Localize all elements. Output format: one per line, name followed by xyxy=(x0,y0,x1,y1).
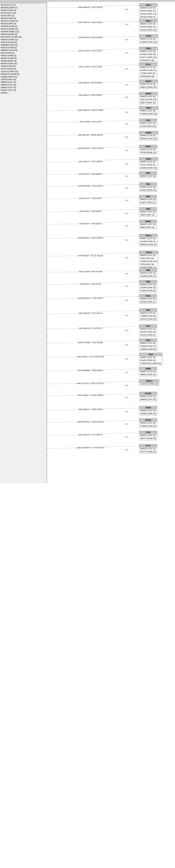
table-header-t8jv[interactable]: T8JV xyxy=(139,339,157,342)
table-row: MANDT [CLNT (3)] xyxy=(139,434,157,437)
diagram-area: ANLAMANDT [CLNT (3)]BUKRS [CHAR (4)]ANLN… xyxy=(47,2,175,483)
table-row: DATBI [DATS (8)] xyxy=(139,75,157,78)
table-node-t003: T003MANDT [CLNT (3)]BLART [CHAR (2)] xyxy=(139,195,157,204)
table-header-csks[interactable]: CSKS xyxy=(139,47,158,50)
table-row: BILIND [CHAR (2)] xyxy=(139,301,156,303)
table-row: MANDT [CLNT (3)] xyxy=(139,342,157,345)
table-row: EGRUP [CHAR (3)] xyxy=(139,318,157,320)
table-node-t007a: T007AMANDT [CLNT (3)]KALSM [CHAR (6)]MWS… xyxy=(139,234,158,246)
table-row: KOSTL [CHAR (10)] xyxy=(139,56,158,59)
table-header-t894[interactable]: T894 xyxy=(139,280,157,283)
join-label-t003: JVAP-DOCTY = T003-BLART xyxy=(48,197,133,199)
table-node-t8jf: T8JFMANDT [CLNT (3)]VNAME [CHAR (6)]EGRU… xyxy=(139,309,157,321)
cardinality-tbdls: 0..N xyxy=(125,384,128,386)
table-row: BWASL [CHAR (3)] xyxy=(139,373,157,376)
table-header-t000[interactable]: T000 xyxy=(139,172,156,175)
table-header-prps[interactable]: PRPS xyxy=(139,145,157,148)
table-row: AWTYP [CHAR (5)] xyxy=(139,451,157,453)
cardinality-prps: 0..N xyxy=(125,150,128,152)
table-header-t001[interactable]: T001 xyxy=(139,183,157,186)
join-label-t006: JVAP-AUNIT = T006-MSEHI xyxy=(48,210,133,212)
table-node-csla: CSLAMANDT [CLNT (3)]KOKRS [CHAR (4)]LSTA… xyxy=(139,63,157,78)
table-node-tbdls: TBDLSLOGSYS [CHAR (10)] xyxy=(139,379,159,386)
table-header-lfa1[interactable]: LFA1 xyxy=(139,119,157,122)
table-row: MANDT [CLNT (3)] xyxy=(139,211,156,214)
sidebar-field-ranln2: RANLN2 [CHAR (4)] xyxy=(0,41,46,44)
table-header-csla[interactable]: CSLA xyxy=(139,63,157,66)
table-header-ekpo[interactable]: EKPO xyxy=(139,92,158,95)
table-row: MANDT [CLNT (3)] xyxy=(139,6,157,9)
table-row: MANDT [CLNT (3)] xyxy=(139,186,157,189)
table-header-t881[interactable]: T881 xyxy=(139,269,157,272)
table-header-mara[interactable]: MARA xyxy=(139,131,158,134)
table-node-ska1: SKA1MANDT [CLNT (3)]KTOPL [CHAR (4)]SAKN… xyxy=(139,157,158,169)
table-row: MANDT [CLNT (3)] xyxy=(139,122,157,125)
table-header-ska1[interactable]: SKA1 xyxy=(139,158,158,160)
sidebar-field-logsys: LOGSYS [CHAR (10)] xyxy=(0,70,46,73)
table-header-aufk[interactable]: AUFK xyxy=(139,35,158,38)
table-header-ttyp2[interactable]: TTYP xyxy=(139,444,157,447)
sidebar-field-rbusa: RBUSA [CHAR (4)] xyxy=(0,17,46,20)
table-header-t003[interactable]: T003 xyxy=(139,195,156,198)
table-node-tka01: TKA01MANDT [CLNT (3)]KOKRS [CHAR (4)] xyxy=(139,418,157,428)
table-row: SEQNR [CHAR (10)] xyxy=(139,260,158,263)
sidebar-field-raokts: RAOKTS [CHAR (10)] xyxy=(0,28,46,30)
sidebar-field-rclnt: RCLNT [CLNT (3)] xyxy=(0,4,46,6)
table-header-t007a[interactable]: T007A xyxy=(139,234,157,237)
table-row: LOGSYS [CHAR (10)] xyxy=(139,383,159,385)
table-header-anlh[interactable]: ANLH xyxy=(139,20,157,23)
table-header-t8jj[interactable]: T8JJ xyxy=(139,324,157,328)
cardinality-csla: 0..N xyxy=(125,68,128,70)
table-row: VNAME [CHAR (6)] xyxy=(139,315,157,318)
table-header-t006a[interactable]: T006A xyxy=(139,220,156,223)
join-label-tabw: JVAP-RANBWA = T8BW-BWASL xyxy=(48,370,133,371)
table-header-t8jx[interactable]: T8JX xyxy=(139,353,162,356)
table-header-tbdls[interactable]: TBDLS xyxy=(139,380,159,383)
table-header-t811s[interactable]: T811S xyxy=(139,251,158,254)
sidebar-field-ranbwa: RANBWA [CHAR (3)] xyxy=(0,44,46,46)
join-label-t007a: JVAP-MWSKZ = T007A-MWSKZ xyxy=(48,237,133,239)
table-header-anla[interactable]: ANLA xyxy=(139,4,157,6)
table-node-mara: MARAMANDT [CLNT (3)]MATNR [CHAR (18)] xyxy=(139,131,158,140)
cardinality-t8jv: 0..N xyxy=(125,344,128,346)
cardinality-tka01: 0..N xyxy=(125,423,128,425)
table-row: MANDT [CLNT (3)] xyxy=(139,198,156,201)
table-header-tgsb[interactable]: TGSB xyxy=(139,406,157,409)
table-row: RLDNR [CHAR (2)] xyxy=(139,275,157,278)
cardinality-ekpo: 0..N xyxy=(125,96,128,98)
sidebar-fields: RCLNT [CLNT (3)]RBUKRS [CHAR (4)]RVERS [… xyxy=(0,4,46,94)
table-row: DATBI [DATS (8)] xyxy=(139,59,158,62)
cardinality-t881: 0..N xyxy=(125,273,128,275)
table-header-kna1[interactable]: KNA1 xyxy=(139,106,158,110)
table-row: SAKNR [CHAR (10)] xyxy=(139,166,158,169)
table-row: MANDT [CLNT (3)] xyxy=(139,422,157,425)
table-node-ttyp: TTYPMANDT [CLNT (3)]AWTYP [CHAR (5)] xyxy=(139,431,157,440)
cardinality-t8jx: 0..N xyxy=(125,358,128,360)
cardinality-csks: 0..N xyxy=(125,52,128,54)
table-header-ekko[interactable]: EKKO xyxy=(139,80,158,83)
table-header-tka01[interactable]: TKA01 xyxy=(139,418,157,422)
table-header-t006[interactable]: T006 xyxy=(139,208,156,211)
cardinality-anla: 0..N xyxy=(125,8,128,10)
join-label-ekpo: JVAP-EBELP = EKPO-EBELP xyxy=(48,94,133,96)
table-row: BUKRS [CHAR (4)] xyxy=(139,359,162,362)
table-row: MANDT [CLNT (3)] xyxy=(139,312,157,315)
table-row: MANDT [CLNT (3)] xyxy=(139,237,157,240)
join-label-ekko: JVAP-EBELN = EKKO-EBELN xyxy=(48,82,133,84)
sidebar-field-mwskz: MWSKZ [CHAR (2)] xyxy=(0,57,46,60)
table-node-anlh: ANLHMANDT [CLNT (3)]BUKRS [CHAR (4)]ANLN… xyxy=(139,19,158,32)
table-row: KUNNR [CHAR (10)] xyxy=(139,113,158,115)
table-row: MANDT [CLNT (3)] xyxy=(139,50,158,53)
sidebar-field-condi: CONDI [CHAR (5)] xyxy=(0,65,46,68)
table-header-t8ja[interactable]: T8JA xyxy=(139,294,156,298)
table-row: ANLN1 [CHAR (12)] xyxy=(139,29,157,31)
table-header-ttyp[interactable]: TTYP xyxy=(139,431,157,434)
cardinality-ttyp: 0..N xyxy=(125,436,128,438)
sidebar-field-awtyp: AWTYP [CHAR (5)] xyxy=(0,68,46,70)
table-node-ekpo: EKPOMANDT [CLNT (3)]EBELN [CHAR (10)]EBE… xyxy=(139,92,158,104)
table-header-tabw[interactable]: TABW xyxy=(139,367,157,370)
sidebar-field-refawtyp: REFAWTYP [CHAR (5)] xyxy=(0,73,46,75)
table-row: RLDNR [CHAR (2)] xyxy=(139,286,157,289)
table-header-t8jf[interactable]: T8JF xyxy=(139,309,157,312)
table-header-tcurc[interactable]: TCURC xyxy=(139,392,157,395)
